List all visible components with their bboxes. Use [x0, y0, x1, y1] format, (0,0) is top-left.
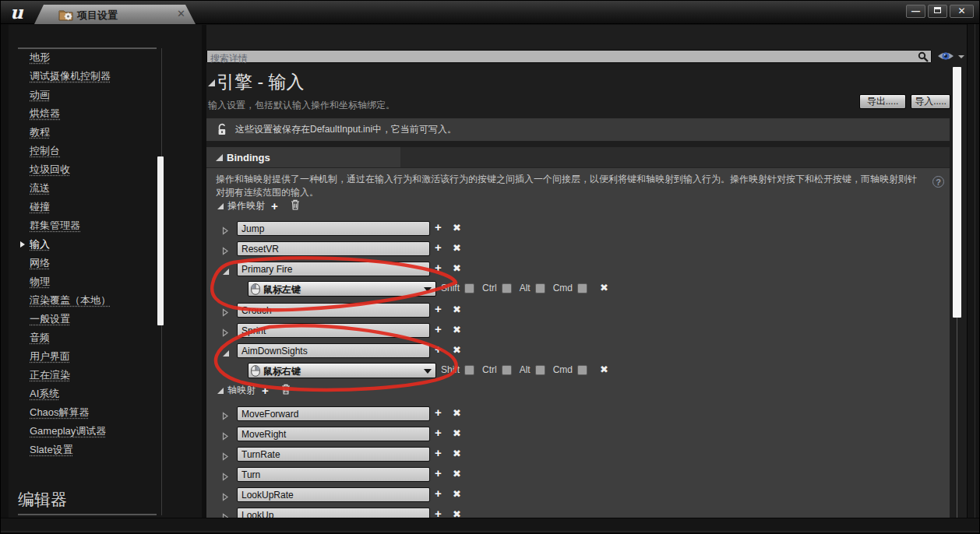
remove-mapping-icon[interactable]: ✖: [453, 428, 461, 439]
sidebar-item[interactable]: 正在渲染: [9, 366, 160, 385]
row-expand-icon[interactable]: [222, 470, 229, 484]
add-action-mapping-icon[interactable]: +: [271, 202, 278, 211]
window-minimize-button[interactable]: —: [906, 5, 925, 18]
modifier-checkbox-shift[interactable]: [464, 283, 474, 293]
sidebar-item[interactable]: 一般设置: [9, 310, 160, 328]
mapping-name-input[interactable]: [237, 467, 430, 482]
import-button[interactable]: 导入.....: [911, 94, 950, 109]
sidebar-item[interactable]: 用户界面: [9, 347, 160, 366]
sidebar-item[interactable]: 垃圾回收: [9, 160, 160, 179]
tab-project-settings[interactable]: 项目设置 ✕: [30, 5, 196, 24]
modifier-checkbox-cmd[interactable]: [577, 283, 587, 293]
row-expand-icon[interactable]: [222, 430, 229, 444]
add-key-binding-icon[interactable]: +: [435, 223, 442, 232]
add-key-binding-icon[interactable]: +: [435, 263, 442, 272]
remove-mapping-icon[interactable]: ✖: [453, 243, 461, 254]
add-key-binding-icon[interactable]: +: [435, 345, 442, 354]
sidebar-item[interactable]: Gameplay调试器: [9, 422, 160, 441]
bindings-section-header[interactable]: Bindings: [206, 147, 950, 168]
modifier-checkbox-shift[interactable]: [464, 365, 474, 375]
row-expand-icon[interactable]: [222, 244, 229, 258]
modifier-checkbox-ctrl[interactable]: [502, 283, 512, 293]
mapping-name-input[interactable]: [237, 487, 430, 502]
search-input[interactable]: [207, 53, 914, 65]
remove-mapping-icon[interactable]: ✖: [453, 509, 461, 518]
remove-mapping-icon[interactable]: ✖: [453, 325, 461, 336]
sidebar-item[interactable]: Chaos解算器: [9, 403, 160, 422]
mapping-name-input[interactable]: [237, 508, 430, 518]
sidebar-item[interactable]: 音频: [9, 328, 160, 347]
row-expand-icon[interactable]: [222, 511, 229, 518]
add-key-binding-icon[interactable]: +: [435, 428, 442, 437]
row-expand-icon[interactable]: [222, 450, 229, 464]
delete-action-mappings-icon[interactable]: [291, 199, 300, 213]
help-icon[interactable]: ?: [932, 176, 944, 188]
modifier-checkbox-cmd[interactable]: [577, 365, 587, 375]
add-key-binding-icon[interactable]: +: [435, 304, 442, 314]
remove-mapping-icon[interactable]: ✖: [453, 448, 461, 459]
remove-mapping-icon[interactable]: ✖: [453, 304, 461, 315]
window-maximize-button[interactable]: [928, 5, 947, 18]
remove-key-binding-icon[interactable]: ✖: [600, 283, 608, 293]
page-title-collapse-icon[interactable]: [208, 79, 215, 86]
sidebar-item[interactable]: 碰撞: [9, 198, 160, 216]
sidebar-item[interactable]: 网络: [9, 254, 160, 272]
row-expand-icon[interactable]: [222, 224, 229, 238]
remove-mapping-icon[interactable]: ✖: [453, 469, 461, 480]
action-mappings-heading[interactable]: 操作映射 +: [217, 199, 300, 213]
remove-mapping-icon[interactable]: ✖: [453, 408, 461, 419]
main-scrollbar-track[interactable]: [957, 318, 957, 518]
sidebar-item-input-selected[interactable]: 输入: [9, 235, 160, 254]
remove-key-binding-icon[interactable]: ✖: [600, 364, 608, 375]
sidebar-item[interactable]: 物理: [9, 272, 160, 291]
add-key-binding-icon[interactable]: +: [435, 469, 442, 478]
mapping-name-input[interactable]: [237, 241, 430, 256]
mapping-name-input[interactable]: [237, 447, 430, 462]
axis-mappings-heading[interactable]: 轴映射 +: [217, 384, 291, 397]
row-expand-icon[interactable]: [222, 306, 229, 320]
mapping-name-input[interactable]: [237, 262, 430, 276]
add-key-binding-icon[interactable]: +: [435, 448, 442, 458]
mapping-name-input[interactable]: [237, 303, 430, 318]
sidebar-item[interactable]: 地形: [9, 48, 160, 67]
row-expand-icon[interactable]: [222, 490, 229, 504]
add-axis-mapping-icon[interactable]: +: [262, 386, 269, 395]
sidebar-scrollbar-thumb[interactable]: [157, 156, 164, 325]
sidebar-item[interactable]: 动画: [9, 86, 160, 104]
key-select-dropdown[interactable]: 鼠标左键: [248, 281, 436, 297]
mapping-name-input[interactable]: [237, 427, 430, 441]
row-expand-icon[interactable]: [222, 326, 229, 340]
delete-axis-mappings-icon[interactable]: [281, 384, 291, 397]
remove-mapping-icon[interactable]: ✖: [453, 345, 461, 356]
mapping-name-input[interactable]: [237, 221, 430, 236]
row-collapse-icon[interactable]: [222, 265, 230, 279]
modifier-checkbox-ctrl[interactable]: [502, 365, 512, 375]
export-button[interactable]: 导出.....: [859, 94, 906, 109]
add-key-binding-icon[interactable]: +: [435, 243, 442, 252]
modifier-checkbox-alt[interactable]: [535, 365, 545, 375]
main-scrollbar-thumb[interactable]: [953, 67, 961, 318]
sidebar-item[interactable]: 烘焙器: [9, 104, 160, 123]
mapping-name-input[interactable]: [237, 323, 430, 338]
sidebar-item[interactable]: AI系统: [9, 385, 160, 403]
sidebar-item[interactable]: 渲染覆盖（本地）: [9, 291, 160, 310]
key-select-dropdown[interactable]: 鼠标右键: [248, 363, 436, 378]
row-collapse-icon[interactable]: [222, 346, 230, 360]
tab-close-icon[interactable]: ✕: [177, 8, 185, 19]
add-key-binding-icon[interactable]: +: [435, 509, 442, 518]
add-key-binding-icon[interactable]: +: [435, 489, 442, 498]
view-options-button[interactable]: [936, 49, 964, 64]
remove-mapping-icon[interactable]: ✖: [453, 263, 461, 274]
add-key-binding-icon[interactable]: +: [435, 325, 442, 334]
sidebar-item[interactable]: 调试摄像机控制器: [9, 67, 160, 86]
row-expand-icon[interactable]: [222, 409, 229, 423]
mapping-name-input[interactable]: [237, 406, 430, 421]
remove-mapping-icon[interactable]: ✖: [453, 223, 461, 234]
modifier-checkbox-alt[interactable]: [535, 283, 545, 293]
remove-mapping-icon[interactable]: ✖: [453, 489, 461, 500]
sidebar-item[interactable]: Slate设置: [9, 441, 160, 459]
add-key-binding-icon[interactable]: +: [435, 408, 442, 417]
window-close-button[interactable]: ✕: [950, 5, 974, 18]
sidebar-item[interactable]: 群集管理器: [9, 216, 160, 235]
sidebar-item[interactable]: 教程: [9, 123, 160, 142]
